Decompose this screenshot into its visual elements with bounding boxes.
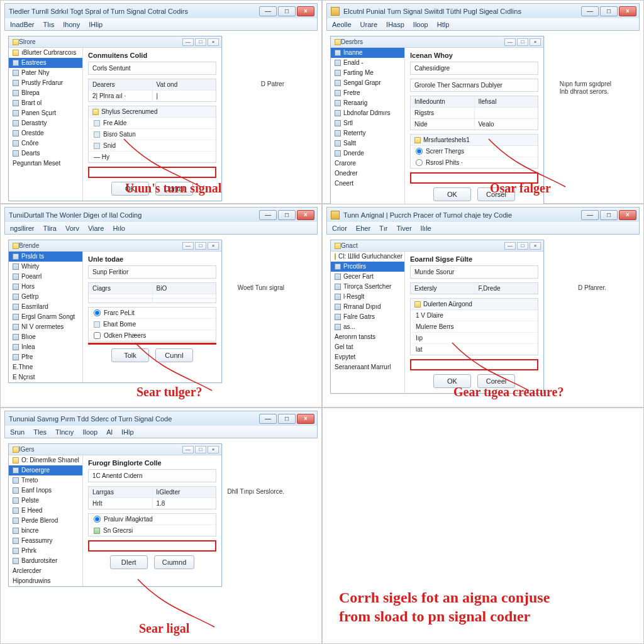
- cancel-button[interactable]: Cunrıl: [155, 348, 193, 362]
- tree-item[interactable]: Panen Sçurt: [9, 108, 82, 118]
- tree-item[interactable]: Cneert: [331, 179, 404, 189]
- field-primary[interactable]: Sunp Feritior: [88, 265, 216, 279]
- inner-title-bar[interactable]: Brende—□×: [9, 240, 221, 252]
- tree-pane[interactable]: InanneEnald -Farting MeSengal GraprFretr…: [331, 48, 405, 206]
- tree-item[interactable]: Fretre: [331, 88, 404, 98]
- close-button[interactable]: ×: [297, 210, 314, 220]
- inner-min-button[interactable]: —: [182, 242, 194, 250]
- tree-item[interactable]: Saltt: [331, 138, 404, 148]
- tree-item[interactable]: Bardurotsiter: [9, 556, 82, 566]
- tree-item[interactable]: Eastrees: [9, 58, 82, 68]
- option-row[interactable]: — Hy: [89, 151, 216, 162]
- title-bar[interactable]: Tununial Savnıg Pırm Tdd Sderc of Turn S…: [4, 411, 318, 426]
- option-row[interactable]: Frarc PeLit: [89, 308, 216, 318]
- tree-item[interactable]: Evpytet: [331, 352, 404, 362]
- menu-item[interactable]: Tlira: [43, 225, 57, 232]
- option-row[interactable]: Ehaıt Bome: [89, 318, 216, 330]
- grid-cell[interactable]: [89, 299, 153, 303]
- grid-row[interactable]: [89, 298, 216, 303]
- tree-item[interactable]: Dearts: [9, 148, 82, 158]
- menu-item[interactable]: Vorv: [65, 225, 79, 232]
- tree-item[interactable]: Whirty: [9, 262, 82, 272]
- menu-item[interactable]: Crior: [332, 225, 347, 232]
- tree-item[interactable]: l·Resglt: [331, 292, 404, 302]
- tree-item[interactable]: ıBlurter Curbrarcoıs: [9, 48, 82, 58]
- tree-item[interactable]: Pfre: [9, 352, 82, 362]
- inner-max-button[interactable]: □: [195, 38, 206, 46]
- maximize-button[interactable]: □: [278, 6, 296, 16]
- inner-min-button[interactable]: —: [182, 446, 194, 453]
- tree-pane[interactable]: Prsldı tsWhirtyPoearrlHorsGetlrpEasrrila…: [9, 252, 83, 382]
- tree-item[interactable]: Crarore: [331, 158, 404, 169]
- menu-item[interactable]: Ihony: [63, 21, 80, 28]
- tree-item[interactable]: E Heed: [9, 506, 82, 516]
- option-row[interactable]: Rsrosl Phits ·: [411, 157, 538, 168]
- grid-cell[interactable]: [153, 299, 216, 303]
- close-button[interactable]: ×: [297, 6, 314, 16]
- inner-min-button[interactable]: —: [182, 38, 194, 46]
- cancel-button[interactable]: Cıumnd: [154, 555, 195, 569]
- minimize-button[interactable]: —: [581, 210, 599, 220]
- tree-item[interactable]: Prhrk: [9, 546, 82, 556]
- minimize-button[interactable]: —: [259, 210, 277, 220]
- inner-max-button[interactable]: □: [517, 38, 528, 46]
- close-button[interactable]: ×: [297, 414, 314, 424]
- option-row[interactable]: Fre Alde: [89, 118, 216, 128]
- grid-cell[interactable]: [89, 294, 153, 298]
- menu-item[interactable]: Eher: [356, 225, 370, 232]
- tree-item[interactable]: O: Dinemlke Shıanel: [9, 455, 82, 465]
- tree-item[interactable]: Dnerde: [331, 148, 404, 158]
- minimize-button[interactable]: —: [581, 6, 599, 16]
- tree-item[interactable]: Brart ol: [9, 98, 82, 108]
- tree-item[interactable]: Derastrty: [9, 118, 82, 128]
- grid-row[interactable]: [89, 294, 216, 298]
- tree-item[interactable]: Lbdnofar Ddmırs: [331, 108, 404, 118]
- inner-title-bar[interactable]: IGers—□×: [9, 444, 221, 455]
- tree-item[interactable]: Enald -: [331, 58, 404, 68]
- grid-cell[interactable]: Vealo: [475, 119, 538, 130]
- inner-close-button[interactable]: ×: [208, 242, 219, 250]
- radio-option[interactable]: [94, 516, 101, 523]
- tree-item[interactable]: Orestde: [9, 128, 82, 138]
- tree-item[interactable]: Getlrp: [9, 292, 82, 302]
- tree-item[interactable]: NI V orermetes: [9, 322, 82, 332]
- grid-row[interactable]: Hrlt1.8: [89, 497, 216, 509]
- tree-item[interactable]: Falre Gatrs: [331, 312, 404, 322]
- close-button[interactable]: ×: [619, 210, 636, 220]
- option-row[interactable]: Odken Phæers: [89, 330, 216, 341]
- tree-item[interactable]: Eanf Iлops: [9, 486, 82, 496]
- field-primary[interactable]: Corls Sentunt: [88, 62, 216, 75]
- tree-item[interactable]: Gel tat: [331, 342, 404, 352]
- option-row[interactable]: Iıp: [411, 332, 538, 343]
- tree-item[interactable]: Pelste: [9, 496, 82, 506]
- tree-item[interactable]: Reterrty: [331, 128, 404, 138]
- option-row[interactable]: lat: [411, 343, 538, 355]
- grid-row[interactable]: Rigstrs: [411, 107, 538, 118]
- grid-cell[interactable]: [153, 294, 216, 298]
- minimize-button[interactable]: —: [259, 6, 277, 16]
- grid-cell[interactable]: [475, 108, 538, 118]
- menu-item[interactable]: Ilıle: [421, 225, 431, 232]
- menu-item[interactable]: Tır: [379, 225, 387, 232]
- tree-item[interactable]: Hors: [9, 282, 82, 292]
- maximize-button[interactable]: □: [278, 414, 296, 424]
- tree-item[interactable]: Blrepa: [9, 88, 82, 98]
- title-bar[interactable]: Elcutnl Punial Turn Signal Swiitdl Tüthl…: [326, 3, 640, 18]
- radio-option[interactable]: [416, 159, 423, 166]
- menu-item[interactable]: Tlıs: [43, 21, 55, 28]
- menu-item[interactable]: Aeolle: [332, 21, 352, 28]
- tree-pane[interactable]: Cl: Шlid GurluchanckerPrcotlirsGecer Far…: [331, 252, 405, 393]
- menu-item[interactable]: Al: [106, 428, 113, 436]
- menu-item[interactable]: Tlncıy: [55, 428, 74, 436]
- grid-row[interactable]: 2| Plnra aıl ·|: [89, 90, 216, 101]
- radio-option[interactable]: [416, 148, 423, 155]
- inner-min-button[interactable]: —: [504, 38, 516, 46]
- tree-item[interactable]: Prustly Frdarur: [9, 78, 82, 88]
- grid-cell[interactable]: Rigstrs: [411, 108, 475, 118]
- grid-cell[interactable]: Hrlt: [89, 498, 153, 509]
- tree-item[interactable]: Srtl: [331, 118, 404, 128]
- tree-item[interactable]: Prsldı ts: [9, 252, 82, 262]
- ok-button[interactable]: DIert: [110, 555, 148, 569]
- menu-item[interactable]: Viare: [88, 225, 104, 232]
- menu-item[interactable]: InadBer: [10, 21, 35, 28]
